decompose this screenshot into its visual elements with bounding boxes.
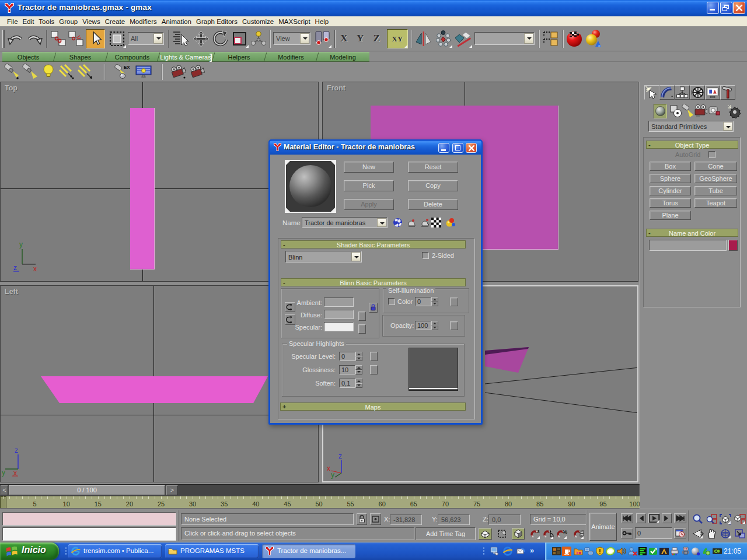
box-button[interactable]: Box bbox=[650, 162, 691, 171]
restrict-z-icon[interactable]: Z bbox=[369, 31, 384, 47]
geosphere-button[interactable]: GeoSphere bbox=[694, 174, 737, 183]
field-of-view-icon[interactable] bbox=[691, 527, 703, 539]
specular-map-button[interactable] bbox=[358, 324, 366, 334]
opacity-value-field[interactable]: 100 bbox=[415, 321, 431, 330]
tab-compounds[interactable]: Compounds bbox=[106, 53, 158, 62]
taskbar-grip-dots[interactable] bbox=[65, 547, 67, 556]
zoom-all-icon[interactable] bbox=[705, 513, 717, 524]
select-and-move-icon[interactable] bbox=[192, 30, 210, 48]
show-desktop-icon[interactable] bbox=[490, 546, 500, 556]
shapes-category-icon[interactable] bbox=[669, 104, 683, 118]
target-spotlight-icon[interactable] bbox=[4, 64, 20, 80]
tray-antivirus-icon[interactable] bbox=[648, 547, 658, 556]
select-and-squash-icon[interactable] bbox=[231, 30, 249, 48]
selection-filter-arrow[interactable] bbox=[153, 33, 163, 44]
selection-lock-icon[interactable] bbox=[357, 513, 367, 525]
menu-animation[interactable]: Animation bbox=[159, 18, 194, 26]
torus-button[interactable]: Torus bbox=[650, 198, 691, 208]
maxscript-macro-recorder-line[interactable] bbox=[2, 512, 176, 526]
target-camera-icon[interactable] bbox=[170, 65, 186, 79]
go-to-start-icon[interactable] bbox=[621, 513, 633, 523]
cone-button[interactable]: Cone bbox=[694, 162, 737, 171]
spinner-snap-icon[interactable] bbox=[573, 528, 584, 540]
ambient-color-swatch[interactable] bbox=[324, 298, 354, 307]
tab-helpers[interactable]: Helpers bbox=[213, 53, 265, 62]
free-directional-light-icon[interactable] bbox=[77, 64, 93, 80]
target-directional-light-icon[interactable] bbox=[58, 64, 75, 80]
pick-button[interactable]: Pick bbox=[344, 180, 394, 191]
delete-button[interactable]: Delete bbox=[408, 199, 458, 210]
specular-level-field[interactable]: 0 bbox=[339, 352, 355, 361]
put-to-scene-icon[interactable] bbox=[407, 218, 417, 228]
texture-cube-icon[interactable] bbox=[512, 528, 525, 540]
tab-objects[interactable]: Objects bbox=[2, 53, 54, 62]
blinn-rollup-header[interactable]: - Blinn Basic Parameters bbox=[281, 278, 466, 286]
taskbar-button-trensim[interactable]: trensim.com • Publica... bbox=[68, 544, 162, 558]
z-coordinate-field[interactable]: 0,0 bbox=[488, 514, 521, 525]
close-button[interactable] bbox=[733, 2, 745, 14]
restrict-x-icon[interactable]: X bbox=[337, 31, 351, 47]
tray-nvidia-icon[interactable] bbox=[713, 547, 722, 556]
add-time-tag-field[interactable]: Add Time Tag bbox=[416, 527, 476, 540]
animate-button[interactable]: Animate bbox=[589, 513, 617, 541]
category-arrow[interactable] bbox=[723, 122, 732, 131]
specular-color-swatch[interactable] bbox=[324, 322, 354, 331]
restrict-xy-plane-icon[interactable]: XY bbox=[387, 29, 408, 48]
name-color-rollup-header[interactable]: - Name and Color bbox=[646, 229, 738, 237]
named-selection-arrow[interactable] bbox=[524, 33, 533, 44]
tab-shapes[interactable]: Shapes bbox=[54, 53, 106, 62]
restore-button[interactable] bbox=[720, 2, 732, 14]
tab-modifiers[interactable]: Modifiers bbox=[265, 53, 317, 62]
material-editor-dialog[interactable]: Material Editor - Tractor de maniobras N… bbox=[268, 139, 483, 425]
menu-modifiers[interactable]: Modifiers bbox=[127, 18, 159, 26]
menu-help[interactable]: Help bbox=[313, 18, 331, 26]
apply-button[interactable]: Apply bbox=[344, 199, 394, 210]
dashed-degradation-icon[interactable] bbox=[497, 528, 507, 540]
tab-modeling[interactable]: Modeling bbox=[317, 53, 369, 62]
y-coordinate-field[interactable]: 56,623 bbox=[438, 514, 470, 525]
material-name-arrow[interactable] bbox=[377, 218, 386, 227]
tray-task-monitor-icon[interactable] bbox=[638, 547, 647, 556]
material-preview-slot[interactable] bbox=[285, 160, 336, 213]
taskbar-button-programas[interactable]: PROGRAMAS MSTS bbox=[165, 544, 259, 558]
select-object-icon[interactable] bbox=[86, 29, 105, 48]
shader-type-arrow[interactable] bbox=[351, 252, 361, 261]
align-icon[interactable] bbox=[454, 30, 472, 48]
coordinate-system-arrow[interactable] bbox=[300, 33, 309, 44]
rectangular-selection-region-icon[interactable] bbox=[108, 30, 126, 48]
restrict-y-icon[interactable]: Y bbox=[353, 31, 368, 47]
create-tab-icon[interactable] bbox=[644, 85, 659, 100]
viewport-front-label[interactable]: Front bbox=[327, 84, 345, 92]
previous-frame-arrow[interactable]: < bbox=[1, 485, 8, 495]
select-by-name-icon[interactable] bbox=[172, 30, 189, 47]
plane-button[interactable]: Plane bbox=[650, 211, 691, 220]
autogrid-checkbox[interactable] bbox=[708, 151, 715, 158]
track-bar-ruler[interactable]: 5101520253035404550556065707580859095100 bbox=[0, 496, 640, 509]
menu-views[interactable]: Views bbox=[80, 18, 102, 26]
self-illumination-spinner[interactable] bbox=[431, 297, 438, 306]
percent-snap-icon[interactable]: % bbox=[556, 528, 567, 540]
tray-security-shield-icon[interactable] bbox=[595, 547, 605, 556]
current-frame-field[interactable]: 0 bbox=[635, 527, 672, 539]
menu-create[interactable]: Create bbox=[103, 18, 128, 26]
modify-tab-icon[interactable] bbox=[659, 85, 675, 100]
mirror-icon[interactable] bbox=[414, 30, 432, 48]
specular-level-spinner[interactable] bbox=[355, 352, 362, 361]
play-animation-icon[interactable] bbox=[648, 513, 660, 523]
array-icon[interactable] bbox=[434, 30, 452, 48]
dialog-maximize-button[interactable] bbox=[452, 143, 463, 153]
named-selection-sets-dropdown[interactable] bbox=[474, 32, 535, 45]
object-type-rollup-header[interactable]: - Object Type bbox=[646, 141, 738, 149]
undo-icon[interactable] bbox=[7, 30, 25, 47]
lock-ambient-diffuse-icon[interactable] bbox=[369, 303, 378, 313]
tray-ati-icon[interactable] bbox=[659, 547, 669, 556]
material-editor-icon[interactable] bbox=[566, 29, 582, 48]
menu-customize[interactable]: Customize bbox=[240, 18, 276, 26]
dialog-close-button[interactable] bbox=[466, 143, 477, 153]
menu-file[interactable]: File bbox=[5, 18, 20, 26]
omni-light-icon[interactable] bbox=[42, 64, 55, 79]
soften-field[interactable]: 0,1 bbox=[339, 379, 355, 388]
tray-user-offline-icon[interactable] bbox=[628, 547, 637, 556]
cameras-category-icon[interactable] bbox=[694, 104, 708, 118]
display-tab-icon[interactable] bbox=[705, 85, 720, 100]
